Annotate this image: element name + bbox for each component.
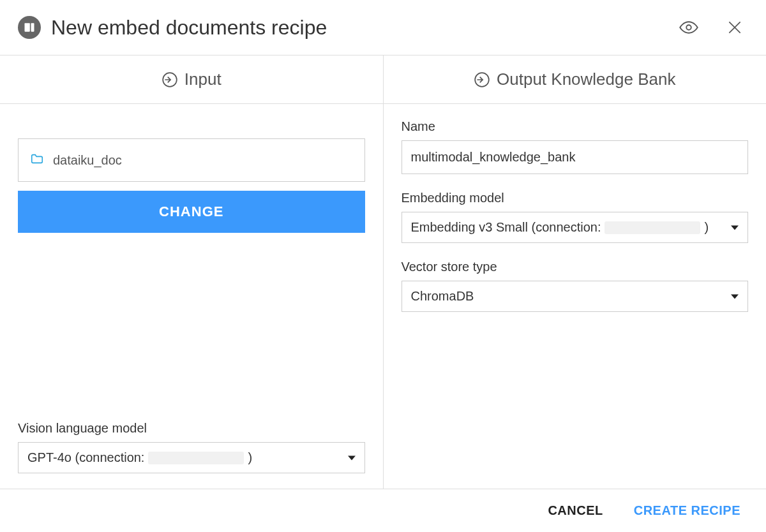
header-actions	[677, 15, 746, 40]
chevron-down-icon	[731, 220, 739, 235]
chevron-down-icon	[731, 289, 739, 304]
create-recipe-button[interactable]: CREATE RECIPE	[634, 503, 740, 518]
chevron-down-icon	[348, 450, 356, 465]
input-dataset-name: dataiku_doc	[53, 153, 122, 168]
output-column-body: Name Embedding model Embedding v3 Small …	[384, 104, 767, 489]
vision-model-select[interactable]: GPT-4o (connection: )	[18, 442, 365, 473]
input-column-header: Input	[0, 55, 383, 104]
new-recipe-dialog: New embed documents recipe Input	[0, 0, 766, 532]
redacted-connection	[148, 452, 244, 464]
embedding-model-label: Embedding model	[402, 191, 749, 205]
input-dataset-card[interactable]: dataiku_doc	[18, 138, 365, 182]
svg-point-2	[686, 25, 691, 30]
recipe-icon	[18, 16, 41, 39]
folder-icon	[30, 152, 44, 168]
vision-model-label: Vision language model	[18, 421, 365, 436]
embedding-model-field: Embedding model Embedding v3 Small (conn…	[402, 191, 749, 243]
output-column-title: Output Knowledge Bank	[497, 70, 675, 89]
redacted-connection	[605, 221, 700, 234]
output-column-header: Output Knowledge Bank	[384, 55, 767, 104]
embedding-model-value: Embedding v3 Small (connection: )	[411, 220, 709, 235]
close-icon	[726, 19, 743, 36]
vector-store-select[interactable]: ChromaDB	[402, 281, 749, 312]
dialog-title: New embed documents recipe	[51, 16, 677, 40]
name-field: Name	[402, 119, 749, 174]
embedding-model-select[interactable]: Embedding v3 Small (connection: )	[402, 212, 749, 243]
vector-store-field: Vector store type ChromaDB	[402, 260, 749, 312]
input-column: Input dataiku_doc CHANGE Vision language…	[0, 55, 384, 489]
vision-model-value: GPT-4o (connection: )	[27, 450, 252, 465]
arrow-in-icon	[161, 71, 178, 88]
eye-icon	[679, 18, 698, 37]
preview-button[interactable]	[677, 15, 701, 40]
dialog-body: Input dataiku_doc CHANGE Vision language…	[0, 55, 766, 489]
arrow-out-icon	[474, 71, 490, 88]
cancel-button[interactable]: CANCEL	[548, 503, 603, 518]
name-label: Name	[402, 119, 749, 134]
close-button[interactable]	[724, 17, 746, 38]
vector-store-value: ChromaDB	[411, 289, 474, 304]
vector-store-label: Vector store type	[402, 260, 749, 274]
svg-rect-1	[31, 23, 34, 31]
name-input[interactable]	[402, 140, 749, 174]
change-input-button[interactable]: CHANGE	[18, 191, 365, 233]
input-column-title: Input	[184, 70, 222, 89]
output-column: Output Knowledge Bank Name Embedding mod…	[384, 55, 767, 489]
dialog-header: New embed documents recipe	[0, 0, 766, 55]
dialog-footer: CANCEL CREATE RECIPE	[0, 489, 766, 532]
input-column-body: dataiku_doc CHANGE Vision language model…	[0, 104, 383, 489]
vision-model-field: Vision language model GPT-4o (connection…	[18, 421, 365, 473]
svg-rect-0	[25, 23, 30, 31]
